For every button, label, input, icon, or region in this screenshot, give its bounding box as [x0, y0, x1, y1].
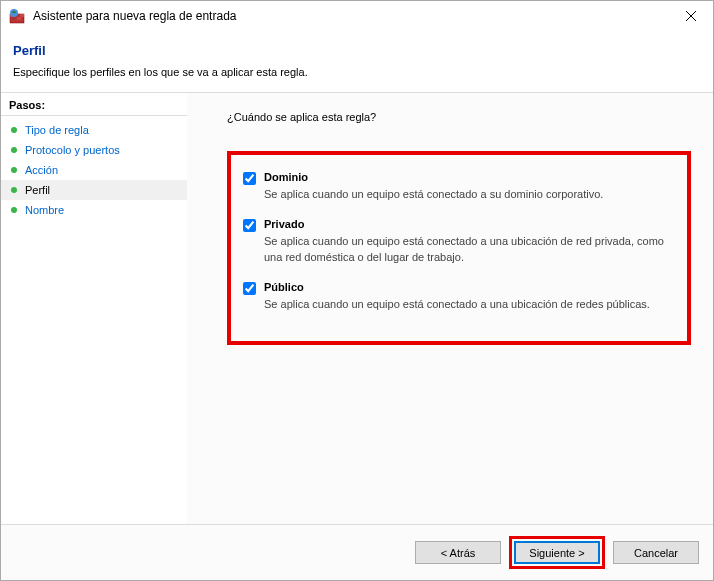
svg-rect-5: [17, 17, 21, 20]
option-body: Dominio Se aplica cuando un equipo está …: [264, 171, 675, 202]
option-title: Privado: [264, 218, 675, 230]
next-button-highlight: Siguiente >: [509, 536, 605, 569]
checkbox-publico[interactable]: [243, 282, 256, 295]
step-perfil[interactable]: Perfil: [1, 180, 187, 200]
step-label: Acción: [25, 164, 58, 176]
step-accion[interactable]: Acción: [1, 160, 187, 180]
option-title: Público: [264, 281, 675, 293]
step-label: Tipo de regla: [25, 124, 89, 136]
step-nombre[interactable]: Nombre: [1, 200, 187, 220]
close-button[interactable]: [669, 1, 713, 31]
option-dominio: Dominio Se aplica cuando un equipo está …: [243, 171, 675, 202]
option-publico: Público Se aplica cuando un equipo está …: [243, 281, 675, 312]
cancel-button[interactable]: Cancelar: [613, 541, 699, 564]
close-icon: [686, 11, 696, 21]
svg-rect-3: [20, 14, 24, 17]
checkbox-dominio[interactable]: [243, 172, 256, 185]
window-title: Asistente para nueva regla de entrada: [33, 9, 669, 23]
content-pane: ¿Cuándo se aplica esta regla? Dominio Se…: [187, 93, 713, 524]
step-bullet-icon: [11, 127, 17, 133]
option-desc: Se aplica cuando un equipo está conectad…: [264, 297, 675, 312]
wizard-window: Asistente para nueva regla de entrada Pe…: [0, 0, 714, 581]
step-label: Perfil: [25, 184, 50, 196]
highlight-box: Dominio Se aplica cuando un equipo está …: [227, 151, 691, 345]
titlebar: Asistente para nueva regla de entrada: [1, 1, 713, 31]
option-body: Público Se aplica cuando un equipo está …: [264, 281, 675, 312]
back-button[interactable]: < Atrás: [415, 541, 501, 564]
question-text: ¿Cuándo se aplica esta regla?: [227, 111, 691, 123]
wizard-footer: < Atrás Siguiente > Cancelar: [1, 524, 713, 580]
option-body: Privado Se aplica cuando un equipo está …: [264, 218, 675, 265]
step-label: Protocolo y puertos: [25, 144, 120, 156]
option-title: Dominio: [264, 171, 675, 183]
page-subtitle: Especifique los perfiles en los que se v…: [13, 66, 701, 78]
checkbox-privado[interactable]: [243, 219, 256, 232]
step-label: Nombre: [25, 204, 64, 216]
option-privado: Privado Se aplica cuando un equipo está …: [243, 218, 675, 265]
next-button[interactable]: Siguiente >: [514, 541, 600, 564]
svg-rect-4: [12, 17, 16, 20]
firewall-icon: [9, 8, 25, 24]
wizard-body: Pasos: Tipo de regla Protocolo y puertos…: [1, 93, 713, 524]
step-tipo-de-regla[interactable]: Tipo de regla: [1, 120, 187, 140]
step-bullet-icon: [11, 207, 17, 213]
step-bullet-icon: [11, 167, 17, 173]
wizard-header: Perfil Especifique los perfiles en los q…: [1, 31, 713, 93]
step-bullet-icon: [11, 187, 17, 193]
steps-heading: Pasos:: [1, 99, 187, 116]
option-desc: Se aplica cuando un equipo está conectad…: [264, 187, 675, 202]
page-title: Perfil: [13, 43, 701, 58]
step-protocolo-y-puertos[interactable]: Protocolo y puertos: [1, 140, 187, 160]
step-bullet-icon: [11, 147, 17, 153]
option-desc: Se aplica cuando un equipo está conectad…: [264, 234, 675, 265]
steps-sidebar: Pasos: Tipo de regla Protocolo y puertos…: [1, 93, 187, 524]
